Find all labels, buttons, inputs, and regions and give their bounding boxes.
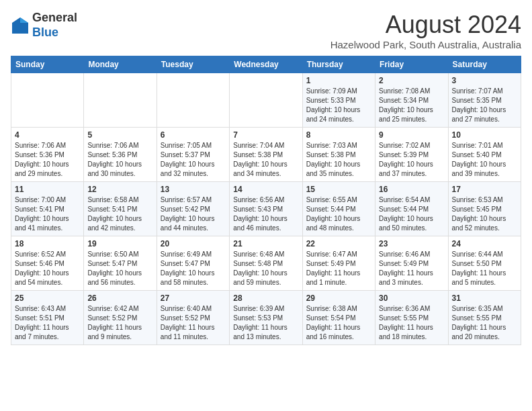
day-info: Sunrise: 6:39 AM Sunset: 5:53 PM Dayligh…: [233, 304, 298, 342]
day-info: Sunrise: 7:01 AM Sunset: 5:40 PM Dayligh…: [452, 141, 517, 179]
day-number: 3: [452, 76, 517, 85]
day-info: Sunrise: 7:07 AM Sunset: 5:35 PM Dayligh…: [452, 87, 517, 124]
day-info: Sunrise: 7:06 AM Sunset: 5:36 PM Dayligh…: [15, 141, 80, 179]
day-number: 26: [87, 293, 152, 303]
calendar-week-row: 18Sunrise: 6:52 AM Sunset: 5:46 PM Dayli…: [11, 236, 521, 291]
day-info: Sunrise: 6:38 AM Sunset: 5:54 PM Dayligh…: [306, 304, 371, 342]
day-number: 5: [87, 130, 152, 140]
day-info: Sunrise: 6:44 AM Sunset: 5:50 PM Dayligh…: [452, 250, 517, 287]
svg-marker-1: [20, 17, 28, 23]
page-header: General Blue August 2024 Hazelwood Park,…: [11, 11, 521, 50]
weekday-header-friday: Friday: [375, 56, 448, 73]
day-info: Sunrise: 6:48 AM Sunset: 5:48 PM Dayligh…: [233, 250, 298, 287]
day-info: Sunrise: 7:09 AM Sunset: 5:33 PM Dayligh…: [306, 87, 371, 124]
day-number: 4: [15, 130, 80, 140]
day-number: 10: [452, 130, 517, 140]
day-number: 30: [379, 293, 444, 303]
day-info: Sunrise: 6:56 AM Sunset: 5:43 PM Dayligh…: [233, 195, 298, 233]
day-number: 9: [379, 130, 444, 140]
calendar-cell: 17Sunrise: 6:53 AM Sunset: 5:45 PM Dayli…: [448, 182, 521, 236]
day-info: Sunrise: 6:35 AM Sunset: 5:55 PM Dayligh…: [452, 304, 517, 342]
calendar-cell: 23Sunrise: 6:46 AM Sunset: 5:49 PM Dayli…: [375, 236, 448, 291]
calendar-cell: 15Sunrise: 6:55 AM Sunset: 5:44 PM Dayli…: [302, 182, 375, 236]
calendar-week-row: 1Sunrise: 7:09 AM Sunset: 5:33 PM Daylig…: [11, 73, 521, 128]
calendar-cell: 10Sunrise: 7:01 AM Sunset: 5:40 PM Dayli…: [448, 128, 521, 182]
calendar-cell: 25Sunrise: 6:43 AM Sunset: 5:51 PM Dayli…: [11, 291, 84, 345]
calendar-cell: 13Sunrise: 6:57 AM Sunset: 5:42 PM Dayli…: [157, 182, 229, 236]
day-number: 27: [161, 293, 226, 303]
day-number: 15: [306, 185, 371, 194]
calendar-cell: 1Sunrise: 7:09 AM Sunset: 5:33 PM Daylig…: [302, 73, 375, 128]
calendar-cell: 30Sunrise: 6:36 AM Sunset: 5:55 PM Dayli…: [375, 291, 448, 345]
calendar-cell: 3Sunrise: 7:07 AM Sunset: 5:35 PM Daylig…: [448, 73, 521, 128]
calendar-cell: 14Sunrise: 6:56 AM Sunset: 5:43 PM Dayli…: [230, 182, 302, 236]
day-number: 22: [306, 239, 371, 248]
month-title: August 2024: [330, 11, 521, 39]
day-info: Sunrise: 7:05 AM Sunset: 5:37 PM Dayligh…: [161, 141, 226, 179]
day-number: 23: [379, 239, 444, 248]
weekday-header-sunday: Sunday: [11, 56, 84, 73]
day-info: Sunrise: 6:55 AM Sunset: 5:44 PM Dayligh…: [306, 195, 371, 233]
day-number: 24: [452, 239, 517, 248]
calendar-cell: 12Sunrise: 6:58 AM Sunset: 5:41 PM Dayli…: [84, 182, 157, 236]
weekday-header-tuesday: Tuesday: [157, 56, 229, 73]
day-number: 1: [306, 76, 371, 85]
day-info: Sunrise: 6:57 AM Sunset: 5:42 PM Dayligh…: [161, 195, 226, 233]
day-number: 28: [233, 293, 298, 303]
calendar-cell: 11Sunrise: 7:00 AM Sunset: 5:41 PM Dayli…: [11, 182, 84, 236]
calendar-cell: [84, 73, 157, 128]
day-info: Sunrise: 7:08 AM Sunset: 5:34 PM Dayligh…: [379, 87, 444, 124]
day-info: Sunrise: 7:06 AM Sunset: 5:36 PM Dayligh…: [87, 141, 152, 179]
day-number: 8: [306, 130, 371, 140]
calendar-week-row: 11Sunrise: 7:00 AM Sunset: 5:41 PM Dayli…: [11, 182, 521, 236]
calendar-cell: [230, 73, 302, 128]
day-info: Sunrise: 6:54 AM Sunset: 5:44 PM Dayligh…: [379, 195, 444, 233]
calendar-cell: 31Sunrise: 6:35 AM Sunset: 5:55 PM Dayli…: [448, 291, 521, 345]
calendar-cell: 21Sunrise: 6:48 AM Sunset: 5:48 PM Dayli…: [230, 236, 302, 291]
title-area: August 2024 Hazelwood Park, South Austra…: [330, 11, 521, 50]
logo-general: General: [32, 11, 77, 24]
calendar-cell: [11, 73, 84, 128]
day-info: Sunrise: 6:46 AM Sunset: 5:49 PM Dayligh…: [379, 250, 444, 287]
calendar-cell: 18Sunrise: 6:52 AM Sunset: 5:46 PM Dayli…: [11, 236, 84, 291]
day-number: 12: [87, 185, 152, 194]
day-info: Sunrise: 6:43 AM Sunset: 5:51 PM Dayligh…: [15, 304, 80, 342]
day-number: 31: [452, 293, 517, 303]
weekday-header-monday: Monday: [84, 56, 157, 73]
day-number: 2: [379, 76, 444, 85]
day-number: 19: [87, 239, 152, 248]
calendar-cell: 27Sunrise: 6:40 AM Sunset: 5:52 PM Dayli…: [157, 291, 229, 345]
day-number: 13: [161, 185, 226, 194]
calendar-cell: 28Sunrise: 6:39 AM Sunset: 5:53 PM Dayli…: [230, 291, 302, 345]
calendar-cell: 9Sunrise: 7:02 AM Sunset: 5:39 PM Daylig…: [375, 128, 448, 182]
day-number: 11: [15, 185, 80, 194]
day-info: Sunrise: 7:04 AM Sunset: 5:38 PM Dayligh…: [233, 141, 298, 179]
location-subtitle: Hazelwood Park, South Australia, Austral…: [330, 39, 521, 50]
weekday-header-thursday: Thursday: [302, 56, 375, 73]
calendar-cell: 19Sunrise: 6:50 AM Sunset: 5:47 PM Dayli…: [84, 236, 157, 291]
calendar-cell: 4Sunrise: 7:06 AM Sunset: 5:36 PM Daylig…: [11, 128, 84, 182]
day-number: 6: [161, 130, 226, 140]
day-info: Sunrise: 6:53 AM Sunset: 5:45 PM Dayligh…: [452, 195, 517, 233]
calendar-week-row: 4Sunrise: 7:06 AM Sunset: 5:36 PM Daylig…: [11, 128, 521, 182]
day-number: 14: [233, 185, 298, 194]
day-info: Sunrise: 6:40 AM Sunset: 5:52 PM Dayligh…: [161, 304, 226, 342]
logo-blue: Blue: [32, 26, 58, 39]
calendar-cell: 26Sunrise: 6:42 AM Sunset: 5:52 PM Dayli…: [84, 291, 157, 345]
day-number: 25: [15, 293, 80, 303]
calendar-cell: [157, 73, 229, 128]
calendar-table: SundayMondayTuesdayWednesdayThursdayFrid…: [11, 56, 521, 345]
calendar-cell: 7Sunrise: 7:04 AM Sunset: 5:38 PM Daylig…: [230, 128, 302, 182]
day-info: Sunrise: 6:49 AM Sunset: 5:47 PM Dayligh…: [161, 250, 226, 287]
calendar-cell: 22Sunrise: 6:47 AM Sunset: 5:49 PM Dayli…: [302, 236, 375, 291]
day-number: 17: [452, 185, 517, 194]
calendar-week-row: 25Sunrise: 6:43 AM Sunset: 5:51 PM Dayli…: [11, 291, 521, 345]
day-number: 20: [161, 239, 226, 248]
weekday-header-row: SundayMondayTuesdayWednesdayThursdayFrid…: [11, 56, 521, 73]
day-info: Sunrise: 7:02 AM Sunset: 5:39 PM Dayligh…: [379, 141, 444, 179]
calendar-cell: 29Sunrise: 6:38 AM Sunset: 5:54 PM Dayli…: [302, 291, 375, 345]
logo-text: General Blue: [32, 11, 77, 40]
logo: General Blue: [11, 11, 77, 40]
logo-icon: [11, 16, 30, 35]
day-info: Sunrise: 7:00 AM Sunset: 5:41 PM Dayligh…: [15, 195, 80, 233]
